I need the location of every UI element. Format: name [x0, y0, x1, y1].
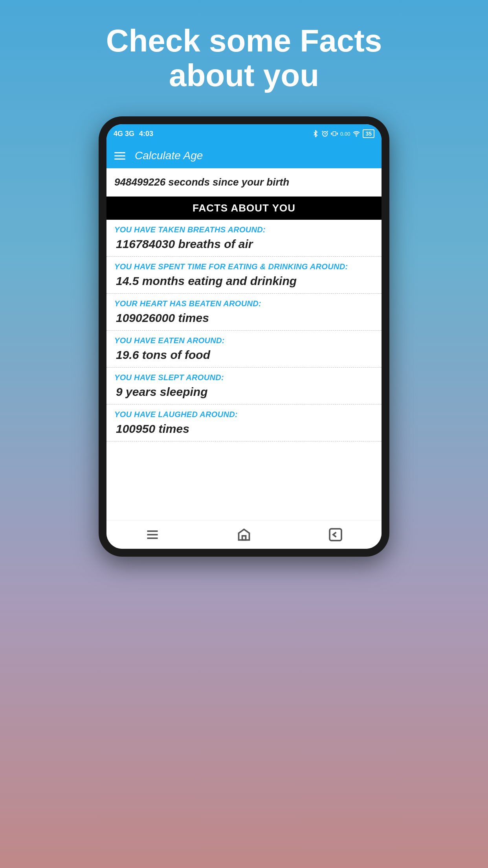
- page-title: Check some Facts about you: [67, 24, 421, 93]
- svg-line-1: [322, 131, 323, 132]
- bluetooth-icon: [312, 130, 319, 137]
- content-spacer: [106, 441, 382, 520]
- wifi-icon: [352, 130, 360, 137]
- nav-home-icon: [237, 528, 251, 542]
- vibrate-icon: [331, 130, 338, 137]
- fact-food: YOU HAVE EATEN AROUND: 19.6 tons of food: [106, 331, 382, 368]
- fact-value-sleep: 9 years sleeping: [114, 385, 374, 399]
- speed-label: 0.00: [340, 131, 350, 137]
- fact-sleep: YOU HAVE SLEPT AROUND: 9 years sleeping: [106, 368, 382, 405]
- bottom-navigation: [106, 520, 382, 549]
- fact-value-laughed: 100950 times: [114, 422, 374, 436]
- clock-time: 4:03: [139, 130, 153, 138]
- battery-indicator: 35: [363, 129, 374, 138]
- fact-heartbeat: YOUR HEART HAS BEATEN AROUND: 109026000 …: [106, 294, 382, 331]
- fact-laughed: YOU HAVE LAUGHED AROUND: 100950 times: [106, 405, 382, 441]
- svg-rect-12: [242, 536, 246, 540]
- fact-label-sleep: YOU HAVE SLEPT AROUND:: [114, 373, 374, 382]
- fact-label-food: YOU HAVE EATEN AROUND:: [114, 336, 374, 345]
- status-bar: 4G 3G 4:03: [106, 124, 382, 143]
- content-area: 948499226 seconds since your birth FACTS…: [106, 168, 382, 520]
- network-label: 4G 3G: [114, 130, 134, 138]
- fact-value-heartbeat: 109026000 times: [114, 311, 374, 325]
- nav-back-icon: [328, 528, 343, 542]
- status-network: 4G 3G 4:03: [114, 130, 153, 138]
- phone-device: 4G 3G 4:03: [99, 116, 389, 557]
- nav-menu-icon: [145, 528, 160, 542]
- seconds-since-birth: 948499226 seconds since your birth: [106, 168, 382, 197]
- nav-menu-button[interactable]: [145, 528, 160, 542]
- svg-rect-3: [333, 132, 336, 136]
- svg-point-8: [356, 136, 357, 136]
- hamburger-menu-button[interactable]: [114, 152, 125, 160]
- fact-value-breaths: 116784030 breaths of air: [114, 237, 374, 251]
- fact-value-food: 19.6 tons of food: [114, 348, 374, 362]
- app-bar-title: Calculate Age: [135, 149, 203, 162]
- phone-screen: 4G 3G 4:03: [106, 124, 382, 549]
- svg-rect-13: [330, 529, 341, 541]
- fact-label-laughed: YOU HAVE LAUGHED AROUND:: [114, 410, 374, 419]
- nav-back-button[interactable]: [328, 528, 343, 542]
- fact-value-eating: 14.5 months eating and drinking: [114, 274, 374, 288]
- fact-breaths: YOU HAVE TAKEN BREATHS AROUND: 116784030…: [106, 220, 382, 257]
- fact-eating: YOU HAVE SPENT TIME FOR EATING & DRINKIN…: [106, 257, 382, 294]
- app-bar: Calculate Age: [106, 143, 382, 168]
- fact-label-heartbeat: YOUR HEART HAS BEATEN AROUND:: [114, 299, 374, 308]
- fact-label-breaths: YOU HAVE TAKEN BREATHS AROUND:: [114, 225, 374, 234]
- nav-home-button[interactable]: [237, 528, 251, 542]
- status-icons: 0.00 35: [312, 129, 374, 138]
- fact-label-eating: YOU HAVE SPENT TIME FOR EATING & DRINKIN…: [114, 262, 374, 271]
- facts-header: FACTS ABOUT YOU: [106, 197, 382, 220]
- svg-line-2: [327, 131, 328, 132]
- alarm-icon: [321, 130, 328, 137]
